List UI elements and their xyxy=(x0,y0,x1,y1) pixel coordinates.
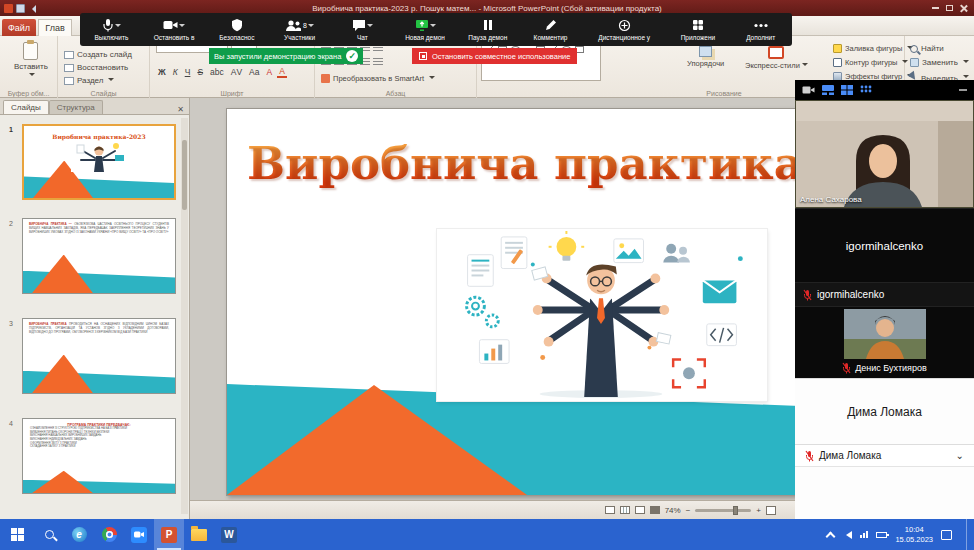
caret-down-icon[interactable] xyxy=(308,24,314,30)
caret-down-icon xyxy=(29,73,35,79)
restore-button[interactable]: Восстановить xyxy=(64,63,128,72)
participant-row[interactable]: igormihalcenko xyxy=(795,282,974,306)
columns-icon[interactable] xyxy=(373,58,383,66)
tab-slides[interactable]: Слайды xyxy=(3,100,49,114)
change-case-button[interactable]: Аа xyxy=(247,67,262,77)
reading-view-icon[interactable] xyxy=(635,506,645,514)
taskbar-powerpoint-button[interactable]: P xyxy=(154,519,184,550)
slideshow-view-icon[interactable] xyxy=(650,506,660,514)
caret-down-icon[interactable] xyxy=(430,24,436,30)
minimize-icon[interactable] xyxy=(932,7,939,9)
participants-icon xyxy=(285,19,301,32)
participant-row[interactable]: Дима Ломака ⌄ xyxy=(795,444,974,466)
chevron-down-icon[interactable]: ⌄ xyxy=(956,450,964,461)
bold-button[interactable]: Ж xyxy=(156,67,168,77)
italic-button[interactable]: К xyxy=(171,67,180,77)
char-spacing-button[interactable]: АV xyxy=(229,67,244,77)
participant-name: igormihalcenko xyxy=(846,240,923,252)
paste-button[interactable]: Вставить xyxy=(14,42,48,79)
grid-view-icon[interactable] xyxy=(860,85,872,95)
zoom-slider[interactable] xyxy=(695,509,751,512)
slide-thumbnail-2[interactable]: 2 ВИРОБНИЧА ПРАКТИКА — ОБОВ'ЯЗКОВА ЧАСТИ… xyxy=(22,218,176,294)
scrollbar-thumb[interactable] xyxy=(182,140,187,210)
more-button[interactable]: Дополнит xyxy=(729,13,792,46)
remote-control-button[interactable]: Дистанционное у xyxy=(582,13,667,46)
participant-name: Дима Ломака xyxy=(819,450,881,461)
replace-button[interactable]: Заменить xyxy=(910,58,969,67)
tray-expand-icon[interactable] xyxy=(826,531,836,541)
tab-file[interactable]: Файл xyxy=(2,19,36,36)
save-icon[interactable] xyxy=(16,4,25,13)
slide-thumbnail-1[interactable]: 1 Виробнича практика-2023 xyxy=(22,124,176,200)
section-button[interactable]: Раздел xyxy=(64,76,114,85)
shape-fill-icon xyxy=(833,44,842,53)
collapse-panel-icon[interactable] xyxy=(959,89,967,91)
close-panel-icon[interactable]: ✕ xyxy=(177,105,184,114)
shape-outline-button[interactable]: Контур фигуры xyxy=(833,58,908,67)
screen: Виробнича практика-2023 р. Пошук матем..… xyxy=(0,0,974,550)
slide-number: 4 xyxy=(9,420,13,427)
participant-tile[interactable]: Дима Ломака xyxy=(795,378,974,444)
annotate-button[interactable]: Комментир xyxy=(519,13,582,46)
zoom-slider-thumb[interactable] xyxy=(733,506,738,515)
caret-down-icon[interactable] xyxy=(367,24,373,30)
taskbar-word-button[interactable]: W xyxy=(214,519,244,550)
show-desktop-button[interactable] xyxy=(966,519,970,550)
gallery-view-icon[interactable] xyxy=(841,85,853,95)
participant-video-tile[interactable]: Алена Сахарова xyxy=(795,100,974,208)
shape-fill-button[interactable]: Заливка фигуры xyxy=(833,44,913,53)
caret-down-icon[interactable] xyxy=(179,24,185,30)
mute-button[interactable]: Выключить xyxy=(80,13,143,46)
close-window-icon[interactable] xyxy=(960,4,968,12)
smartart-button[interactable]: Преобразовать в SmartArt xyxy=(321,74,435,83)
maximize-icon[interactable] xyxy=(946,5,953,11)
slide-sorter-view-icon[interactable] xyxy=(620,506,630,514)
network-icon[interactable] xyxy=(860,531,868,538)
tab-home[interactable]: Глав xyxy=(38,19,72,36)
pause-share-button[interactable]: Пауза демон xyxy=(456,13,519,46)
participants-button[interactable]: 8 Участники xyxy=(268,13,331,46)
taskbar-zoom-button[interactable] xyxy=(124,519,154,550)
fit-to-window-icon[interactable] xyxy=(766,506,776,515)
video-view-icon[interactable] xyxy=(802,85,815,95)
strikethrough-button[interactable]: S xyxy=(195,67,205,77)
stop-video-button[interactable]: Остановить в xyxy=(143,13,206,46)
quick-styles-button[interactable]: Экспресс-стили xyxy=(745,46,808,70)
highlight-color-button[interactable]: А xyxy=(265,67,275,77)
new-slide-button[interactable]: Создать слайд xyxy=(64,50,132,59)
action-center-icon[interactable] xyxy=(941,530,952,540)
start-button[interactable] xyxy=(0,519,34,550)
find-button[interactable]: Найти xyxy=(910,44,944,53)
taskbar-chrome-button[interactable] xyxy=(94,519,124,550)
battery-icon[interactable] xyxy=(876,532,887,538)
slide-thumbnail-4[interactable]: 4 ПРОГРАМА ПРАКТИКИ ПЕРЕДБАЧАЄ: ОЗНАЙОМЛ… xyxy=(22,418,176,494)
shadow-button[interactable]: abc xyxy=(208,67,226,77)
taskbar-edge-button[interactable]: e xyxy=(64,519,94,550)
taskbar-explorer-button[interactable] xyxy=(184,519,214,550)
chat-button[interactable]: Чат xyxy=(331,13,394,46)
zoom-out-button[interactable]: − xyxy=(686,506,691,515)
underline-button[interactable]: Ч xyxy=(183,67,193,77)
tab-outline[interactable]: Структура xyxy=(49,100,103,114)
security-button[interactable]: Безопаснос xyxy=(205,13,268,46)
speaker-icon[interactable] xyxy=(842,531,852,539)
participant-tile[interactable]: igormihalcenko xyxy=(795,208,974,282)
caret-down-icon[interactable] xyxy=(115,24,121,30)
new-share-button[interactable]: Новая демон xyxy=(394,13,457,46)
font-color-button[interactable]: А xyxy=(277,66,287,78)
normal-view-icon[interactable] xyxy=(605,506,615,514)
taskbar-search-button[interactable] xyxy=(34,519,64,550)
zoom-in-button[interactable]: + xyxy=(756,506,761,515)
speaker-view-icon[interactable] xyxy=(822,85,834,95)
slide-thumbnail-3[interactable]: 3 ВИРОБНИЧА ПРАКТИКА ПРОВОДИТЬСЯ НА ОСНА… xyxy=(22,318,176,394)
clipboard-icon xyxy=(23,42,38,60)
slides-panel-scrollbar[interactable] xyxy=(181,118,188,514)
undo-icon[interactable] xyxy=(28,5,36,13)
arrange-button[interactable]: Упорядочи xyxy=(687,46,724,68)
sharing-banner: Вы запустили демонстрацию экрана ✓ xyxy=(209,48,363,64)
stop-sharing-button[interactable]: Остановить совместное использование xyxy=(412,48,577,64)
taskbar-clock[interactable]: 10:04 15.05.2023 xyxy=(895,525,933,545)
participant-video-tile[interactable]: Денис Бухтияров xyxy=(795,306,974,378)
participant-webcam-video xyxy=(796,101,973,207)
apps-button[interactable]: Приложени xyxy=(667,13,730,46)
